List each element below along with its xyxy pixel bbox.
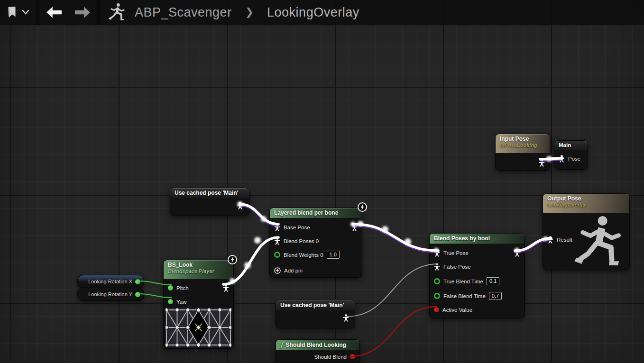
forward-arrow-button[interactable] — [74, 6, 91, 18]
chevron-down-icon[interactable] — [22, 9, 29, 15]
add-pin-icon[interactable] — [274, 267, 281, 274]
pin-label: False Pose — [443, 264, 471, 270]
float-output-pin[interactable] — [135, 279, 140, 284]
pin-label: Should Blend — [314, 354, 347, 360]
pin-label: Pose — [568, 156, 580, 162]
false-blend-time-pin[interactable] — [434, 293, 440, 299]
node-should-blend-looking[interactable]: ƒ Should Blend Looking Should Blend — [276, 339, 360, 363]
pin-label: Blend Poses 0 — [284, 238, 319, 244]
bookmark-icon[interactable] — [7, 6, 17, 18]
node-title: Main — [554, 141, 588, 150]
node-bs-look[interactable]: BS_Look Blendspace Player Pitch Yaw — [163, 260, 234, 349]
breadcrumb-current[interactable]: LookingOverlay — [267, 5, 359, 20]
anim-graph-editor: ABP_Scavenger ❯ LookingOverlay Input Pos… — [0, 0, 644, 363]
node-title: Output Pose — [547, 195, 625, 202]
node-save-cached-pose-main[interactable]: Main Pose — [554, 140, 588, 170]
node-subtitle: InPoseLooking — [500, 142, 545, 148]
node-output-pose[interactable]: Output Pose LookingOverlay Result — [543, 193, 630, 270]
node-title: Input Pose — [500, 136, 545, 142]
false-pose-input-pin[interactable] — [434, 263, 440, 271]
node-title: Blend Poses by bool — [430, 234, 524, 244]
node-input-pose[interactable]: Input Pose InPoseLooking — [495, 134, 550, 171]
variable-label: Looking Rotation X — [88, 279, 132, 284]
add-pin-label[interactable]: Add pin — [284, 268, 303, 273]
function-icon: ƒ — [280, 341, 283, 348]
pin-label: Result — [557, 237, 572, 243]
pitch-input-pin[interactable] — [168, 285, 173, 290]
pose-output-pin[interactable] — [237, 202, 243, 209]
pin-label: False Blend Time — [443, 293, 486, 299]
node-use-cached-pose-2[interactable]: Use cached pose 'Main' — [276, 300, 355, 328]
true-pose-input-pin[interactable] — [434, 249, 440, 257]
toolbar-separator — [36, 0, 39, 25]
node-use-cached-pose-1[interactable]: Use cached pose 'Main' — [170, 188, 249, 216]
true-blend-time-pin[interactable] — [434, 278, 440, 284]
node-title: BS_Look — [168, 262, 229, 268]
pose-output-pin[interactable] — [351, 224, 358, 231]
pin-label: True Pose — [443, 250, 469, 256]
node-title: Layered blend per bone — [270, 208, 362, 218]
false-blend-time-value-box[interactable]: 0,7 — [489, 292, 502, 300]
toolbar-separator — [97, 0, 101, 25]
fast-path-bolt-icon — [227, 254, 238, 265]
active-value-input-pin[interactable] — [434, 307, 439, 312]
node-looking-rotation-y[interactable]: Looking Rotation Y — [77, 288, 144, 301]
base-pose-input-pin[interactable] — [274, 224, 280, 231]
back-arrow-button[interactable] — [46, 6, 62, 18]
true-blend-time-value-box[interactable]: 0,1 — [487, 277, 499, 285]
result-input-pin[interactable] — [547, 236, 553, 244]
toolbar: ABP_Scavenger ❯ LookingOverlay — [0, 0, 644, 25]
pose-output-pin[interactable] — [514, 249, 520, 257]
pose-output-pin[interactable] — [223, 284, 229, 292]
node-looking-rotation-x[interactable]: Looking Rotation X — [77, 275, 144, 288]
fast-path-bolt-icon — [357, 202, 368, 212]
pose-output-pin[interactable] — [343, 314, 349, 322]
pin-label: Yaw — [176, 299, 187, 305]
breadcrumb-root[interactable]: ABP_Scavenger — [135, 5, 232, 20]
pin-label: Blend Weights 0 — [284, 252, 323, 258]
node-title: Should Blend Looking — [286, 342, 346, 348]
anim-blueprint-icon — [107, 3, 126, 22]
float-output-pin[interactable] — [135, 292, 140, 297]
pin-label: Active Value — [442, 307, 472, 313]
pin-label: Base Pose — [284, 225, 310, 230]
blend-poses-input-pin[interactable] — [274, 237, 280, 245]
pose-output-pin[interactable] — [539, 159, 545, 167]
node-subtitle: LookingOverlay — [547, 202, 625, 208]
node-title: Use cached pose 'Main' — [170, 188, 249, 198]
blend-weights-value-box[interactable]: 1,0 — [327, 251, 340, 259]
bool-output-pin[interactable] — [350, 354, 355, 359]
variable-label: Looking Rotation Y — [88, 291, 132, 297]
blendspace-preview[interactable] — [166, 308, 231, 347]
node-blend-poses-by-bool[interactable]: Blend Poses by bool True Pose False Pose… — [429, 233, 525, 318]
pose-input-pin[interactable] — [559, 155, 565, 163]
pin-label: True Blend Time — [443, 279, 483, 284]
node-layered-blend-per-bone[interactable]: Layered blend per bone Base Pose Blend P… — [269, 208, 362, 278]
yaw-input-pin[interactable] — [168, 299, 173, 304]
blend-weights-pin[interactable] — [274, 252, 280, 258]
breadcrumb-chevron-icon: ❯ — [245, 6, 254, 18]
node-subtitle: Blendspace Player — [168, 268, 229, 274]
node-title: Use cached pose 'Main' — [276, 300, 355, 310]
pin-label: Pitch — [176, 285, 189, 291]
